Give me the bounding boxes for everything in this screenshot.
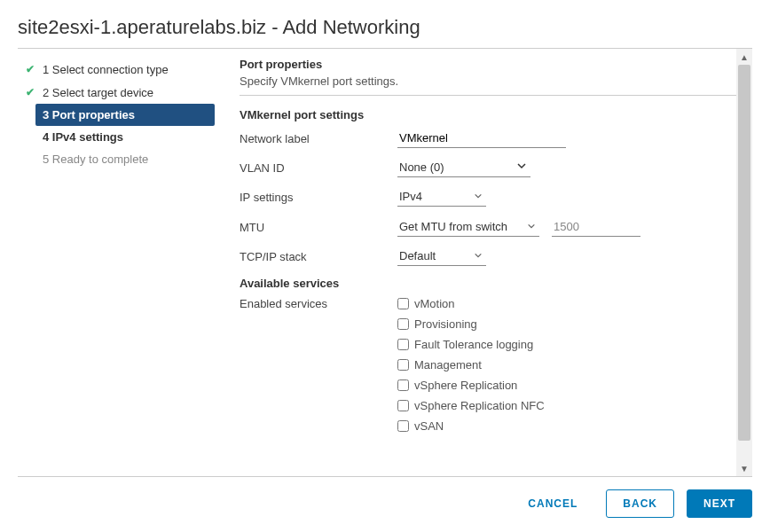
- vlan-id-select[interactable]: None (0): [397, 159, 530, 177]
- chevron-down-icon: [474, 190, 483, 203]
- step-label: 4 IPv4 settings: [43, 130, 123, 144]
- service-label: Provisioning: [414, 317, 477, 331]
- tcpip-stack-value: Default: [399, 249, 436, 262]
- vsphere-replication-nfc-checkbox[interactable]: [397, 400, 409, 411]
- wizard-dialog: site2esxi-1.aperaturelabs.biz - Add Netw…: [0, 0, 770, 532]
- label-tcpip-stack: TCP/IP stack: [240, 250, 397, 263]
- row-ip-settings: IP settings IPv4: [240, 188, 752, 207]
- ip-settings-value: IPv4: [399, 190, 422, 203]
- step-ready-to-complete: 5 Ready to complete: [18, 148, 215, 170]
- check-icon: ✔: [23, 62, 37, 76]
- chevron-down-icon: [474, 249, 483, 262]
- vsan-checkbox[interactable]: [397, 420, 409, 432]
- ip-settings-select[interactable]: IPv4: [397, 188, 486, 207]
- management-checkbox[interactable]: [397, 359, 409, 371]
- step-ipv4-settings[interactable]: 4 IPv4 settings: [18, 126, 215, 148]
- label-enabled-services: Enabled services: [240, 297, 397, 310]
- wizard-content: Port properties Specify VMkernel port se…: [215, 49, 752, 476]
- chevron-down-icon: [516, 160, 527, 174]
- row-enabled-services: Enabled services vMotion Provisioning Fa…: [240, 297, 752, 440]
- chevron-down-icon: [527, 220, 536, 233]
- service-label: vMotion: [414, 297, 455, 310]
- section-subtitle: Specify VMkernel port settings.: [240, 74, 752, 96]
- service-fault-tolerance: Fault Tolerance logging: [397, 338, 545, 351]
- step-select-target-device[interactable]: ✔ 2 Select target device: [18, 81, 215, 104]
- scroll-thumb[interactable]: [738, 65, 750, 441]
- fault-tolerance-checkbox[interactable]: [397, 339, 409, 350]
- next-button[interactable]: NEXT: [687, 489, 752, 518]
- label-mtu: MTU: [240, 221, 397, 234]
- step-port-properties[interactable]: 3 Port properties: [35, 104, 215, 126]
- settings-header: VMkernel port settings: [240, 108, 752, 121]
- service-label: vSphere Replication NFC: [414, 399, 545, 412]
- step-select-connection-type[interactable]: ✔ 1 Select connection type: [18, 58, 215, 81]
- check-icon: ✔: [23, 85, 37, 99]
- dialog-footer: CANCEL BACK NEXT: [18, 476, 752, 518]
- vlan-id-value: None (0): [399, 160, 444, 174]
- vsphere-replication-checkbox[interactable]: [397, 379, 409, 391]
- dialog-body: ✔ 1 Select connection type ✔ 2 Select ta…: [18, 49, 752, 476]
- service-provisioning: Provisioning: [397, 317, 545, 331]
- label-ip-settings: IP settings: [240, 191, 397, 204]
- available-services-header: Available services: [240, 277, 752, 290]
- row-mtu: MTU Get MTU from switch: [240, 217, 752, 237]
- section-title: Port properties: [240, 58, 752, 71]
- wizard-steps-sidebar: ✔ 1 Select connection type ✔ 2 Select ta…: [18, 49, 215, 476]
- row-network-label: Network label: [240, 129, 752, 148]
- row-vlan-id: VLAN ID None (0): [240, 159, 752, 177]
- step-label: 1 Select connection type: [43, 63, 169, 76]
- network-label-input[interactable]: [397, 129, 566, 148]
- mtu-mode-select[interactable]: Get MTU from switch: [397, 218, 539, 237]
- label-network-label: Network label: [240, 132, 397, 145]
- service-vmotion: vMotion: [397, 297, 545, 310]
- back-button[interactable]: BACK: [606, 489, 674, 518]
- cancel-button[interactable]: CANCEL: [512, 490, 593, 517]
- service-label: vSAN: [414, 419, 444, 433]
- label-vlan-id: VLAN ID: [240, 161, 397, 175]
- vmotion-checkbox[interactable]: [397, 298, 409, 309]
- step-label: 5 Ready to complete: [43, 153, 148, 166]
- row-tcpip-stack: TCP/IP stack Default: [240, 247, 752, 266]
- scroll-down-icon[interactable]: ▼: [736, 460, 752, 476]
- provisioning-checkbox[interactable]: [397, 318, 409, 330]
- mtu-value-input[interactable]: [552, 217, 640, 237]
- service-vsphere-replication: vSphere Replication: [397, 379, 545, 392]
- service-label: Fault Tolerance logging: [414, 338, 533, 351]
- dialog-title: site2esxi-1.aperaturelabs.biz - Add Netw…: [18, 16, 752, 49]
- step-label: 3 Port properties: [43, 108, 135, 121]
- tcpip-stack-select[interactable]: Default: [397, 247, 486, 266]
- scroll-up-icon[interactable]: ▲: [736, 49, 752, 65]
- vertical-scrollbar[interactable]: ▲ ▼: [736, 49, 752, 476]
- service-label: Management: [414, 358, 482, 372]
- service-vsphere-replication-nfc: vSphere Replication NFC: [397, 399, 545, 412]
- step-label: 2 Select target device: [43, 86, 153, 99]
- service-vsan: vSAN: [397, 419, 545, 433]
- service-management: Management: [397, 358, 545, 372]
- services-list: vMotion Provisioning Fault Tolerance log…: [397, 297, 545, 440]
- scroll-track[interactable]: [736, 65, 752, 460]
- mtu-mode-value: Get MTU from switch: [399, 220, 507, 233]
- service-label: vSphere Replication: [414, 379, 517, 392]
